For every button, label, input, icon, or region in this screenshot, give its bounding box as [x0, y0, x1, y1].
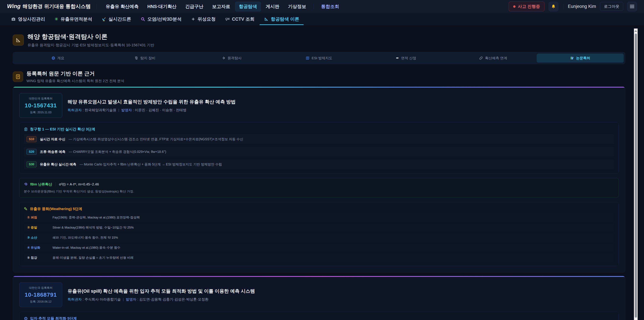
patent-badge-label: 대한민국 등록특허: [24, 97, 58, 101]
weathering-title-row: ✎ 유출유 풍화(Weathering) 5단계: [24, 206, 614, 211]
patent-registration-date: 등록: 2018.06.12: [24, 300, 58, 303]
triangle-ruler-icon: [264, 17, 269, 22]
subnav-label: 항공탐색 이론: [271, 16, 299, 22]
weathering-desc: Stiver & Mackay(1984) 해석적 방법. 수일~10일간 약 …: [52, 225, 134, 230]
menu-item-integrated-search[interactable]: 통합조회: [317, 2, 343, 12]
tab-overview[interactable]: 개요: [14, 54, 101, 63]
weathering-row-sedimentation: ⑤ 침강 용해·미생물 분해. 질량 손실률 = 초기 누유량에 선형 비례: [24, 254, 614, 262]
subnav-label: 오염/선박3D분석: [148, 16, 182, 22]
owner-value: : 한국해양과학기술원: [82, 108, 116, 112]
inventor-value: : 이문진 · 김혜진 · 이승현 · 전태병: [132, 108, 186, 112]
owner-value: : 주식회사 아라종합기술: [82, 297, 121, 301]
subnav-item-cctv-view[interactable]: CCTV 조회: [221, 13, 259, 25]
tab-area-calculation[interactable]: ✒ 면적 산정: [362, 54, 450, 63]
logout-button[interactable]: 로그아웃: [600, 2, 623, 11]
section-icon-box: [13, 72, 23, 82]
weathering-label: ② 증발: [27, 225, 48, 230]
menu-item-aerial-search[interactable]: 항공탐색: [235, 2, 261, 12]
main-menu: 유출유 확산예측 HNS·대기확산 긴급구난 보고자료 항공탐색 게시판 기상정…: [102, 2, 343, 12]
section-subtitle: WING 탑재 유출유 확산예측 시스템의 특허 원전 2건 전체 분석: [26, 79, 124, 83]
tab-label: 면적 산정: [401, 56, 416, 60]
weathering-desc: Water-in-oil. Mackay et al.(1980) 풍속·수분 …: [52, 245, 120, 250]
section-header: 등록특허 원문 기반 이론 근거 WING 탑재 유출유 확산예측 시스템의 특…: [13, 70, 625, 83]
subnav-item-image-photo-management[interactable]: 영상사진관리: [7, 13, 50, 25]
step-badge: S20: [26, 149, 36, 155]
tab-label: 탐지 장비: [140, 56, 156, 60]
four-point-star-icon: [191, 17, 196, 21]
fbm-name: fBm 난류확산: [30, 182, 52, 187]
tab-label: 확산예측 연계: [485, 56, 507, 60]
meta-separator: |: [118, 108, 119, 112]
fbm-separator: [56, 182, 56, 186]
weathering-label: ④ 유상화: [27, 245, 48, 250]
patent-badge-label: 대한민국 등록특허: [24, 286, 58, 290]
subnav-item-satellite-request[interactable]: 위성요청: [187, 13, 220, 25]
incident-status-badge[interactable]: 사고 진행중: [509, 2, 544, 12]
patent-number: 10-1868791: [24, 291, 58, 298]
notification-button[interactable]: [548, 2, 558, 12]
menu-item-board[interactable]: 게시판: [262, 2, 284, 12]
weathering-row-emulsification: ④ 유상화 Water-in-oil. Mackay et al.(1980) …: [24, 244, 614, 252]
patent-registration-date: 등록: 2015.11.03: [24, 110, 58, 114]
subnav-label: 위성요청: [198, 16, 216, 22]
fbm-formula: σ²(t) = A·tᵐ, m=0.45~2.46: [59, 182, 99, 186]
theory-tab-bar: 개요 탐지 장비 ✈ 원격탐사 ESI 방제지도 ✒ 면적 산정: [13, 52, 625, 64]
tab-papers-patents[interactable]: 논문특허: [537, 54, 624, 63]
header-divider: [563, 4, 563, 10]
tab-remote-sensing[interactable]: ✈ 원격탐사: [188, 54, 276, 63]
section-title: 등록특허 원문 기반 이론 근거: [26, 70, 124, 77]
weathering-desc: 용해·미생물 분해. 질량 손실률 = 초기 누유량에 선형 비례: [52, 255, 134, 260]
subnav-label: 실시간드론: [108, 16, 131, 22]
menu-divider: [314, 4, 314, 9]
helicopter-icon: [134, 56, 138, 60]
subnav-item-realtime-drone[interactable]: 실시간드론: [97, 13, 136, 25]
logo-wing-mark: Wing: [7, 3, 20, 10]
menu-item-oil-spill-forecast[interactable]: 유출유 확산예측: [102, 2, 143, 12]
fbm-panel: fBm 난류확산 σ²(t) = A·tᵐ, m=0.45~2.46 분수 브라…: [19, 178, 619, 197]
app-logo: Wing 해양환경 위기대응 통합시스템: [7, 3, 91, 10]
subnav-item-oil-area-analysis[interactable]: ✳ 유출유면적분석: [50, 13, 96, 25]
menu-item-weather-info[interactable]: 기상정보: [284, 2, 310, 12]
claim1-title: 청구항 1 — ESI 기반 실시간 확산 3단계: [30, 127, 95, 132]
tab-detection-equipment[interactable]: 탐지 장비: [101, 54, 188, 63]
meta-separator: |: [123, 297, 124, 301]
optimization-title-row: ⚙ 입자 추적 모듈 최적화 5단계: [24, 316, 614, 320]
weathering-label: ① 퍼짐: [27, 215, 48, 220]
menu-item-emergency-rescue[interactable]: 긴급구난: [181, 2, 208, 12]
spiral-icon: [24, 182, 28, 186]
claim-step-s10: S10 실시간 자료 수신 — 기상예측시스템·위성영상수신시스템·검조소 인터…: [24, 134, 614, 144]
app-title: 해양환경 위기대응 통합시스템: [22, 3, 91, 10]
step-name: 실시간 자료 수신: [40, 137, 65, 141]
weathering-desc: Fay(1969): 중력-관성력, Mackay et al.(1980) 표…: [52, 215, 140, 220]
patent2-number-badge: 대한민국 등록특허 10-1868791 등록: 2018.06.12: [19, 282, 62, 307]
header-right: 사고 진행중 Eunjeong Kim 로그아웃: [509, 2, 637, 12]
step-name: 조류·취송류 예측: [40, 150, 66, 154]
scrollbar-thumb[interactable]: [635, 34, 637, 318]
vertical-scrollbar[interactable]: [634, 29, 638, 320]
owner-label: 특허권자: [68, 297, 82, 301]
sub-navigation: 영상사진관리 ✳ 유출유면적분석 실시간드론 오염/선박3D분석 위성요청 CC…: [0, 13, 644, 25]
subnav-item-aerial-search-theory[interactable]: 항공탐색 이론: [260, 13, 304, 25]
header-divider: [96, 4, 96, 10]
patent1-title: 해양 유류오염사고 발생시 효율적인 방제방안 수립을 위한 유출유 확산 예측…: [68, 99, 236, 105]
menu-item-hns-dispersion[interactable]: HNS·대기확산: [144, 2, 180, 12]
weathering-title: 유출유 풍화(Weathering) 5단계: [30, 206, 82, 211]
patent-number: 10-1567431: [24, 102, 58, 109]
main-content: 해양 항공탐색·원격탐사 이론 유출유 원격탐지·항공감시 기법·ESI 방제정…: [0, 25, 644, 320]
optimization-panel: ⚙ 입자 추적 모듈 최적화 5단계 (a) 뜰개 관측 + 예측자료 취득 :…: [19, 312, 619, 320]
weathering-desc: 쇄파 기인, 파도에너지·풍속 함수. 전체 약 15%: [52, 235, 118, 240]
link-icon: [479, 56, 483, 60]
top-header: Wing 해양환경 위기대응 통합시스템 유출유 확산예측 HNS·대기확산 긴…: [0, 0, 644, 13]
tab-esi-map[interactable]: ESI 방제지도: [276, 54, 362, 63]
claim-step-s20: S20 조류·취송류 예측 — CHARRY모델 조화분석 + 취송류 경험식(…: [24, 147, 614, 157]
optimization-title: 입자 추적 모듈 최적화 5단계: [30, 316, 77, 320]
weathering-label: ⑤ 침강: [27, 255, 48, 260]
inventor-label: 발명자: [121, 108, 132, 112]
subnav-item-pollution-ship-3d[interactable]: 오염/선박3D분석: [136, 13, 186, 25]
scrollbar-up-arrow[interactable]: [634, 30, 637, 32]
tab-forecast-link[interactable]: 확산예측 연계: [450, 54, 537, 63]
hamburger-menu-button[interactable]: [627, 2, 637, 12]
gear-icon: ⚙: [24, 316, 28, 320]
menu-item-reports[interactable]: 보고자료: [208, 2, 234, 12]
step-badge: S30: [26, 161, 36, 167]
